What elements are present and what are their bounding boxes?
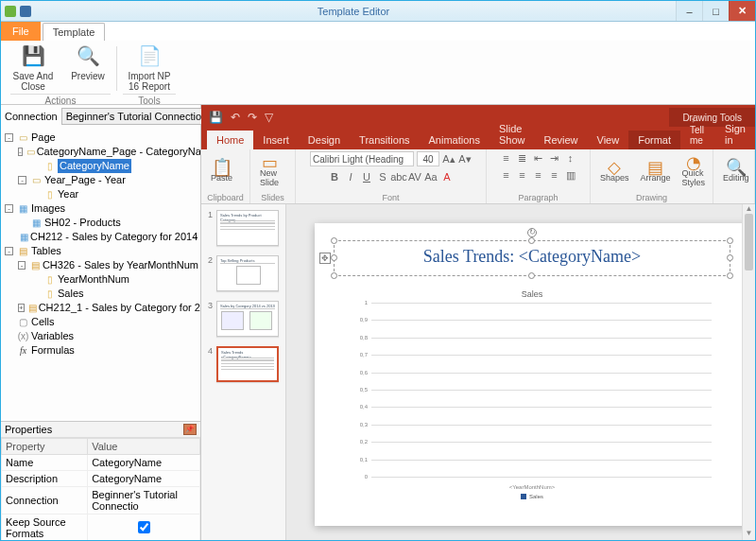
italic-button[interactable]: I bbox=[344, 170, 357, 183]
shadow-button[interactable]: abc bbox=[392, 170, 405, 183]
paste-button[interactable]: 📋Paste bbox=[207, 161, 236, 184]
table-icon: ▤ bbox=[28, 303, 37, 313]
save-and-close-button[interactable]: 💾 Save And Close bbox=[10, 43, 56, 92]
app-icon bbox=[5, 6, 16, 17]
tree-node[interactable]: CH212 - Sales by Category for 2014 vs 20… bbox=[30, 230, 200, 244]
tab-view[interactable]: View bbox=[588, 131, 629, 149]
font-size-combo[interactable]: 40 bbox=[417, 151, 439, 166]
qat-redo-icon[interactable]: ↷ bbox=[248, 111, 257, 124]
shrink-font-icon[interactable]: A▾ bbox=[458, 152, 472, 166]
tab-transitions[interactable]: Transitions bbox=[350, 131, 419, 149]
thumbnail-2[interactable]: 2Top Selling Products bbox=[205, 255, 282, 291]
tree-node[interactable]: Year_Page - Year bbox=[44, 173, 126, 187]
line-spacing-button[interactable]: ↕ bbox=[564, 151, 577, 165]
bold-button[interactable]: B bbox=[328, 170, 341, 183]
tab-template[interactable]: Template bbox=[43, 23, 106, 41]
thumbnail-1[interactable]: 1Sales Trends by Product Category bbox=[205, 210, 282, 246]
new-slide-button[interactable]: ▭New Slide bbox=[256, 156, 283, 189]
slide[interactable]: ✥ Sales Trends: <CategoryName> Sales 00,… bbox=[315, 223, 749, 526]
align-left-button[interactable]: ≡ bbox=[500, 168, 513, 182]
close-button[interactable]: ✕ bbox=[729, 1, 755, 21]
expander-icon[interactable]: - bbox=[18, 148, 23, 156]
expander-icon[interactable]: - bbox=[18, 176, 26, 184]
tree-node[interactable]: Year bbox=[58, 187, 78, 201]
tab-format[interactable]: Format bbox=[628, 131, 680, 149]
indent-right-button[interactable]: ⇥ bbox=[548, 151, 561, 165]
tree-node[interactable]: YearMonthNum bbox=[58, 272, 129, 287]
expander-icon[interactable]: + bbox=[18, 304, 25, 312]
tree-node[interactable]: CategoryName_Page - CategoryName bbox=[37, 145, 200, 159]
rotate-handle-icon[interactable] bbox=[527, 228, 537, 237]
align-right-button[interactable]: ≡ bbox=[532, 168, 545, 182]
vertical-scrollbar[interactable]: ▲ ▼ bbox=[742, 204, 755, 541]
tab-home[interactable]: Home bbox=[207, 131, 253, 149]
tell-me-search[interactable]: Tell me bbox=[680, 111, 715, 149]
sign-in-link[interactable]: Sign in bbox=[715, 119, 755, 149]
ppt-tabstrip: Home Insert Design Transitions Animation… bbox=[201, 129, 755, 149]
anchor-icon[interactable]: ✥ bbox=[319, 253, 331, 264]
font-color-button[interactable]: A bbox=[440, 170, 454, 183]
chart-placeholder[interactable]: Sales 00,10,20,30,40,50,60,70,80,91 <Yea… bbox=[352, 289, 712, 497]
qat-start-icon[interactable]: ▽ bbox=[265, 111, 273, 124]
import-report-button[interactable]: 📄 Import NP 16 Report bbox=[123, 43, 176, 92]
underline-button[interactable]: U bbox=[360, 170, 373, 183]
tab-slideshow[interactable]: Slide Show bbox=[490, 119, 535, 149]
tree-node-selected[interactable]: CategoryName bbox=[58, 159, 131, 173]
expander-icon[interactable]: - bbox=[5, 133, 13, 142]
slide-canvas[interactable]: ✥ Sales Trends: <CategoryName> Sales 00,… bbox=[286, 204, 755, 541]
tree-node[interactable]: CH326 - Sales by YearMonthNum bbox=[43, 258, 198, 272]
formulas-icon: fx bbox=[17, 345, 29, 356]
image-icon: ▦ bbox=[20, 232, 28, 242]
title-textbox[interactable]: ✥ Sales Trends: <CategoryName> bbox=[334, 240, 730, 276]
chart-xlabel: <YearMonthNum> bbox=[352, 484, 712, 490]
tree-node[interactable]: Cells bbox=[31, 315, 54, 329]
maximize-button[interactable]: □ bbox=[702, 1, 729, 21]
arrange-button[interactable]: ▤Arrange bbox=[637, 161, 675, 184]
case-button[interactable]: Aa bbox=[424, 170, 438, 183]
strike-button[interactable]: S bbox=[376, 170, 389, 183]
tab-review[interactable]: Review bbox=[534, 131, 587, 149]
expander-icon[interactable]: - bbox=[5, 204, 13, 213]
scroll-thumb[interactable] bbox=[745, 214, 753, 270]
slide-title-text[interactable]: Sales Trends: <CategoryName> bbox=[335, 241, 730, 267]
minimize-button[interactable]: – bbox=[676, 1, 702, 21]
scroll-down-icon[interactable]: ▼ bbox=[743, 529, 755, 541]
expander-icon[interactable]: - bbox=[5, 247, 13, 255]
quick-styles-button[interactable]: ◔Quick Styles bbox=[679, 156, 710, 189]
numbering-button[interactable]: ≣ bbox=[516, 151, 529, 165]
expander-icon[interactable]: - bbox=[18, 261, 26, 270]
align-center-button[interactable]: ≡ bbox=[516, 168, 529, 182]
editing-button[interactable]: 🔍Editing bbox=[719, 161, 753, 184]
arrange-icon: ▤ bbox=[647, 163, 663, 172]
bullets-button[interactable]: ≡ bbox=[500, 151, 513, 165]
tree-node[interactable]: Formulas bbox=[31, 343, 75, 358]
spacing-button[interactable]: AV bbox=[408, 170, 421, 183]
grow-font-icon[interactable]: A▴ bbox=[442, 152, 455, 166]
template-tree[interactable]: -▭Page -▭CategoryName_Page - CategoryNam… bbox=[1, 128, 200, 421]
tab-design[interactable]: Design bbox=[299, 131, 350, 149]
tab-animations[interactable]: Animations bbox=[420, 131, 490, 149]
field-icon: ▯ bbox=[43, 161, 56, 171]
font-name-combo[interactable]: Calibri Light (Heading bbox=[310, 151, 414, 166]
justify-button[interactable]: ≡ bbox=[548, 168, 561, 182]
prop-value[interactable]: Beginner's Tutorial Connectio bbox=[88, 487, 200, 515]
preview-button[interactable]: 🔍 Preview bbox=[65, 43, 111, 92]
qat-undo-icon[interactable]: ↶ bbox=[231, 111, 240, 124]
thumbnail-4[interactable]: 4Sales Trends <CategoryName> bbox=[205, 346, 282, 382]
tab-insert[interactable]: Insert bbox=[253, 131, 299, 149]
thumbnail-3[interactable]: 3Sales by Category 2014 vs 2013 bbox=[205, 301, 282, 337]
pin-icon[interactable]: 📌 bbox=[183, 424, 197, 435]
columns-button[interactable]: ▥ bbox=[564, 168, 577, 182]
tab-file[interactable]: File bbox=[1, 22, 41, 41]
indent-left-button[interactable]: ⇤ bbox=[532, 151, 545, 165]
shapes-button[interactable]: ◇Shapes bbox=[596, 161, 633, 184]
tree-node[interactable]: Sales bbox=[58, 287, 84, 301]
save-icon[interactable] bbox=[20, 6, 31, 17]
prop-value[interactable]: CategoryName bbox=[88, 471, 200, 487]
qat-save-icon[interactable]: 💾 bbox=[209, 111, 223, 124]
prop-value[interactable]: CategoryName bbox=[88, 455, 200, 471]
tree-node[interactable]: SH02 - Products bbox=[44, 216, 121, 230]
keep-source-formats-checkbox[interactable] bbox=[138, 521, 150, 533]
tree-node[interactable]: CH212_1 - Sales by Category for 2014 vs … bbox=[39, 301, 200, 315]
tree-node[interactable]: Variables bbox=[31, 329, 74, 343]
